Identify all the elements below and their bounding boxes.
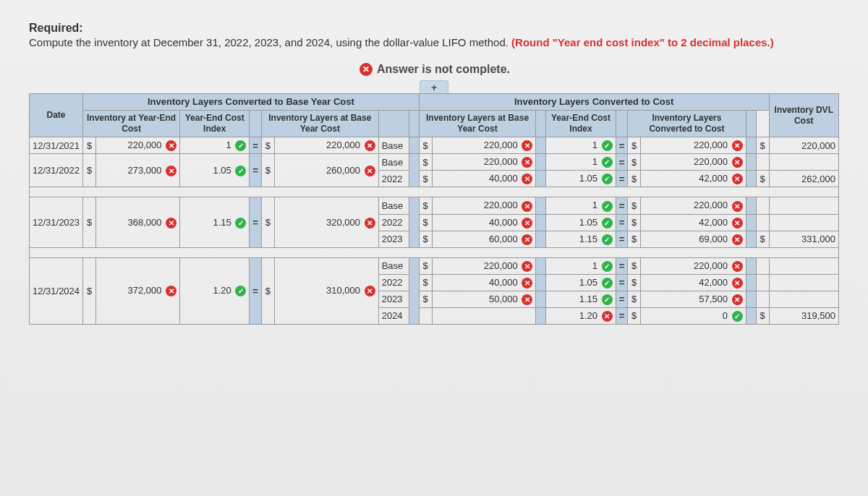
cell-total-empty xyxy=(769,257,838,274)
cell-layer-idx[interactable]: 1.05 xyxy=(546,171,616,187)
table-row: 12/31/2022$273,000 1.05 =$260,000 Base$2… xyxy=(30,154,839,171)
cell-idx[interactable]: 1 xyxy=(180,137,250,154)
cell-layer-conv[interactable]: 0 xyxy=(641,307,746,324)
cross-icon xyxy=(732,174,743,184)
cross-icon xyxy=(602,311,613,322)
cell-op: = xyxy=(250,137,262,154)
cell-layer-base[interactable]: 40,000 xyxy=(432,171,536,187)
cell-op: = xyxy=(616,197,628,214)
hdr-section-right: Inventory Layers Converted to Cost xyxy=(419,94,769,111)
hdr-op1 xyxy=(250,111,262,137)
cell-currency: $ xyxy=(419,274,432,291)
add-tab[interactable]: + xyxy=(420,80,448,93)
cell-currency: $ xyxy=(628,257,641,274)
cell-inv-cost[interactable]: 368,000 xyxy=(96,197,180,247)
cell-total: 220,000 xyxy=(769,137,838,154)
cell-layer-idx[interactable]: 1.15 xyxy=(546,231,616,247)
cell-layer-conv[interactable]: 57,500 xyxy=(641,291,746,307)
cell-layer-name: Base xyxy=(378,137,409,154)
cell-layer-conv[interactable]: 220,000 xyxy=(641,154,746,171)
cell-layer-base[interactable] xyxy=(432,307,536,324)
cell-layer-idx[interactable]: 1 xyxy=(546,257,616,274)
cell-layer-idx[interactable]: 1 xyxy=(546,197,616,214)
hdr-layer-label xyxy=(378,111,409,137)
check-icon xyxy=(235,286,246,296)
cell-layer-conv[interactable]: 220,000 xyxy=(641,137,746,154)
cell-layer-idx[interactable]: 1.20 xyxy=(546,307,616,324)
cell-gap xyxy=(409,257,419,324)
spacer-row xyxy=(30,187,839,197)
cell-inv-cost[interactable]: 273,000 xyxy=(96,154,180,187)
cell-layer-base[interactable]: 220,000 xyxy=(432,154,536,171)
cell-layer-conv[interactable]: 69,000 xyxy=(641,231,746,247)
cell-layer-base[interactable]: 50,000 xyxy=(432,291,536,307)
cell-layer-idx[interactable]: 1.05 xyxy=(546,214,616,231)
cell-gap xyxy=(746,137,756,154)
cell-op xyxy=(536,214,546,231)
check-icon xyxy=(235,166,246,176)
hdr-op3 xyxy=(616,111,628,137)
cell-layer-conv[interactable]: 42,000 xyxy=(641,171,746,187)
cell-total: 262,000 xyxy=(769,171,838,187)
check-icon xyxy=(602,174,613,184)
cell-idx[interactable]: 1.20 xyxy=(180,257,250,324)
cell-idx[interactable]: 1.15 xyxy=(180,197,250,247)
cell-op: = xyxy=(616,137,628,154)
cross-icon xyxy=(732,140,743,151)
cross-icon xyxy=(732,278,743,288)
cross-icon xyxy=(166,166,176,176)
hdr-section-left: Inventory Layers Converted to Base Year … xyxy=(83,94,420,111)
cell-op: = xyxy=(616,231,628,247)
cell-layer-idx[interactable]: 1 xyxy=(546,137,616,154)
cell-currency: $ xyxy=(83,137,96,154)
cell-layer-base[interactable]: 60,000 xyxy=(432,231,536,247)
cross-icon xyxy=(166,218,176,228)
cross-icon xyxy=(522,140,532,151)
cell-base[interactable]: 310,000 xyxy=(274,257,378,324)
cell-inv-cost[interactable]: 220,000 xyxy=(96,137,180,154)
cell-currency: $ xyxy=(628,231,641,247)
cell-layer-conv[interactable]: 42,000 xyxy=(641,214,746,231)
cell-gap xyxy=(746,291,756,307)
cell-layer-base[interactable]: 220,000 xyxy=(432,197,536,214)
cell-gap xyxy=(746,197,756,214)
check-icon xyxy=(235,218,246,228)
cell-currency xyxy=(756,257,769,274)
cross-icon xyxy=(732,218,743,228)
cell-base[interactable]: 260,000 xyxy=(274,154,378,187)
cell-base[interactable]: 220,000 xyxy=(274,137,378,154)
cell-layer-conv[interactable]: 220,000 xyxy=(641,197,746,214)
cell-layer-idx[interactable]: 1.15 xyxy=(546,291,616,307)
cell-op xyxy=(536,197,546,214)
cell-op: = xyxy=(616,291,628,307)
cell-base[interactable]: 320,000 xyxy=(274,197,378,247)
table-row: 12/31/2024$372,000 1.20 =$310,000 Base$2… xyxy=(30,257,839,274)
required-label: Required: xyxy=(29,22,839,35)
cell-total-empty xyxy=(769,154,838,171)
cell-currency xyxy=(756,274,769,291)
cell-layer-base[interactable]: 40,000 xyxy=(432,214,536,231)
cell-gap xyxy=(409,154,419,187)
cross-icon xyxy=(522,294,532,305)
cell-layer-base[interactable]: 220,000 xyxy=(432,137,536,154)
hdr-op2 xyxy=(536,111,546,137)
cell-layer-idx[interactable]: 1 xyxy=(546,154,616,171)
cell-currency: $ xyxy=(419,154,432,171)
cell-layer-conv[interactable]: 220,000 xyxy=(641,257,746,274)
cell-currency: $ xyxy=(628,214,641,231)
cell-layer-base[interactable]: 220,000 xyxy=(432,257,536,274)
cell-layer-name: Base xyxy=(378,197,409,214)
hdr-yec-index2: Year-End Cost Index xyxy=(546,111,616,137)
cell-layer-name: 2022 xyxy=(378,171,409,187)
cell-inv-cost[interactable]: 372,000 xyxy=(96,257,180,324)
cell-layer-idx[interactable]: 1.05 xyxy=(546,274,616,291)
cell-layer-name: Base xyxy=(378,154,409,171)
cell-total-empty xyxy=(769,274,838,291)
cell-idx[interactable]: 1.05 xyxy=(180,154,250,187)
cross-icon xyxy=(359,63,373,76)
status-banner: Answer is not complete. xyxy=(29,63,839,76)
cell-layer-conv[interactable]: 42,000 xyxy=(641,274,746,291)
cell-layer-base[interactable]: 40,000 xyxy=(432,274,536,291)
hdr-conv: Inventory Layers Converted to Cost xyxy=(628,111,746,137)
cell-currency: $ xyxy=(756,307,769,324)
